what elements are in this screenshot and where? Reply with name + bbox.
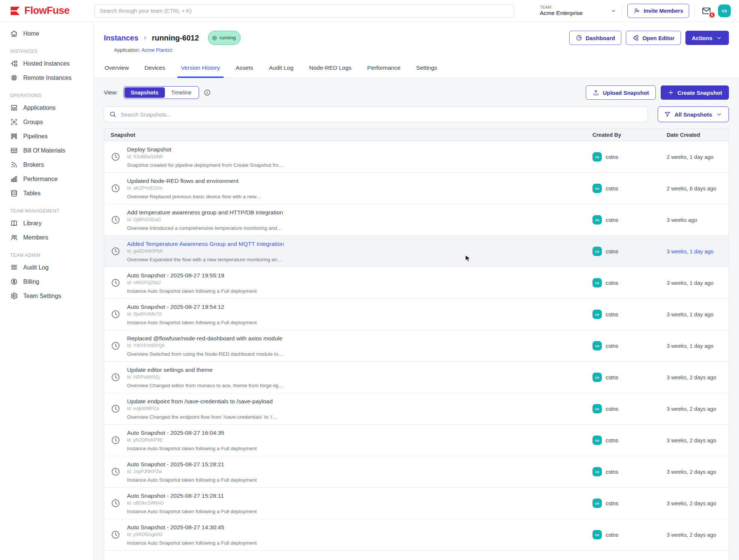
table-row[interactable]: Add temperature awareness group and HTTP… <box>104 204 729 236</box>
snapshot-title[interactable]: Add temperature awareness group and HTTP… <box>127 209 283 216</box>
person-plus-icon <box>633 7 640 14</box>
snapshot-title[interactable]: Auto Snapshot - 2025-08-27 19:54:12 <box>127 303 257 310</box>
table-row[interactable]: Added Temperature Awareness Group and MQ… <box>104 236 729 267</box>
sidebar-item-remote-instances[interactable]: Remote Instances <box>0 70 93 85</box>
snapshot-id: id: 0jwPAXMk7O <box>127 311 257 317</box>
snapshot-title[interactable]: Update endpoint from /save-credentials t… <box>127 398 277 405</box>
sidebar-item-members[interactable]: Members <box>0 230 93 244</box>
snapshot-description: Instance Auto Snapshot taken following a… <box>127 319 257 326</box>
date-created: 3 weeks ago <box>667 217 729 223</box>
sidebar-item-groups[interactable]: Groups <box>0 115 93 129</box>
dashboard-button[interactable]: Dashboard <box>569 31 621 45</box>
upload-snapshot-button[interactable]: Upload Snapshot <box>586 85 655 100</box>
actions-chevron-down-icon <box>716 34 723 41</box>
tab-audit-log[interactable]: Audit Log <box>268 61 295 78</box>
tab-devices[interactable]: Devices <box>144 61 166 78</box>
page-header: Instances running-6012 running Applicati… <box>94 22 739 78</box>
avatar: cs <box>592 530 602 539</box>
date-created: 3 weeks, 1 day ago <box>667 280 729 286</box>
sidebar-item-audit-log[interactable]: Audit Log <box>0 260 93 274</box>
snapshot-id: id: oBOkv1W6AG <box>127 500 257 506</box>
sidebar-item-billing[interactable]: Billing <box>0 274 93 289</box>
sidebar-item-label: Performance <box>23 175 58 183</box>
table-row[interactable]: Add HTTP endpoint for saving credentials… <box>104 551 729 560</box>
notifications-button[interactable]: 5 <box>700 5 713 16</box>
global-search-input[interactable] <box>100 8 509 14</box>
sidebar-item-library[interactable]: Library <box>0 216 93 230</box>
sidebar-item-pipelines[interactable]: Pipelines <box>0 129 93 143</box>
filter-chevron-down-icon <box>716 111 723 118</box>
snapshot-description: Overview Changed editor from monaco to a… <box>127 382 283 389</box>
global-search[interactable] <box>94 4 514 18</box>
create-snapshot-button[interactable]: Create Snapshot <box>661 85 729 100</box>
invite-members-label: Invite Members <box>643 8 683 14</box>
groups-icon <box>10 118 18 126</box>
sidebar-item-label: Library <box>23 219 42 227</box>
snapshot-title[interactable]: Updated Node-RED flows and environment <box>127 177 262 184</box>
sidebar-item-applications[interactable]: Applications <box>0 100 93 115</box>
snapshot-search[interactable] <box>104 106 648 122</box>
table-row[interactable]: Auto Snapshot - 2025-08-27 19:55:19id: n… <box>104 267 729 299</box>
column-header-snapshot: Snapshot <box>104 132 592 138</box>
view-option-snapshots[interactable]: Snapshots <box>124 87 165 98</box>
table-row[interactable]: Auto Snapshot - 2025-08-27 15:28:11id: o… <box>104 488 729 519</box>
team-selector[interactable]: TEAM: Acme Enterprise <box>540 5 616 16</box>
snapshot-title[interactable]: Replaced @flowfuse/node-red-dashboard wi… <box>127 335 283 342</box>
invite-members-button[interactable]: Invite Members <box>627 4 689 18</box>
snapshot-title[interactable]: Auto Snapshot - 2025-08-27 15:28:11 <box>127 492 257 499</box>
info-icon[interactable] <box>203 89 211 96</box>
application-link[interactable]: Acme Plantzz <box>142 47 173 53</box>
snapshot-description: Snapshot created for pipeline deployment… <box>127 162 284 168</box>
breadcrumb-instances-link[interactable]: Instances <box>104 32 138 43</box>
sidebar-item-performance[interactable]: Performance <box>0 172 93 186</box>
sidebar-item-bill-of-materials[interactable]: Bill Of Materials <box>0 143 93 157</box>
snapshot-title[interactable]: Update editor settings and theme <box>127 366 283 373</box>
table-row[interactable]: Auto Snapshot - 2025-08-27 19:54:12id: 0… <box>104 299 729 330</box>
snapshot-title[interactable]: Auto Snapshot - 2025-08-27 15:28:21 <box>127 461 257 468</box>
tab-assets[interactable]: Assets <box>235 61 254 78</box>
sidebar-item-label: Pipelines <box>23 132 48 140</box>
tab-settings[interactable]: Settings <box>416 61 438 78</box>
table-row[interactable]: Auto Snapshot - 2025-08-27 14:30:45id: y… <box>104 519 729 551</box>
tab-version-history[interactable]: Version History <box>180 61 221 78</box>
snapshot-title[interactable]: Deploy Snapshot <box>127 146 284 153</box>
user-avatar[interactable]: cs <box>718 4 731 17</box>
snapshot-description: Instance Auto Snapshot taken following a… <box>127 508 257 515</box>
snapshot-title[interactable]: Auto Snapshot - 2025-08-27 19:55:19 <box>127 272 257 279</box>
date-created: 3 weeks, 2 days ago <box>667 469 729 475</box>
tab-overview[interactable]: Overview <box>104 61 130 78</box>
table-row[interactable]: Auto Snapshot - 2025-08-27 15:28:21id: J… <box>104 456 729 488</box>
date-created: 3 weeks, 1 day ago <box>667 343 729 349</box>
table-row[interactable]: Replaced @flowfuse/node-red-dashboard wi… <box>104 330 729 362</box>
sidebar-item-label: Members <box>23 234 48 241</box>
actions-label: Actions <box>692 35 712 41</box>
snapshot-title[interactable]: Added Temperature Awareness Group and MQ… <box>127 240 284 247</box>
tab-node-red-logs[interactable]: Node-RED Logs <box>308 61 352 78</box>
app-logo[interactable]: FlowFuse <box>8 4 70 17</box>
table-row[interactable]: Deploy Snapshotid: X3o6Bw1k9WSnapshot cr… <box>104 141 729 173</box>
snapshot-filter-button[interactable]: All Snapshots <box>658 106 729 122</box>
snapshot-title[interactable]: Auto Snapshot - 2025-08-27 16:04:35 <box>127 429 257 436</box>
snapshot-title[interactable]: Auto Snapshot - 2025-08-27 14:30:45 <box>127 524 257 531</box>
created-by-cell: cscstns <box>592 499 667 508</box>
snapshot-search-input[interactable] <box>121 111 643 118</box>
snapshot-description: Overview Changed the endpoint flow from … <box>127 414 277 420</box>
tab-performance[interactable]: Performance <box>367 61 401 78</box>
actions-button[interactable]: Actions <box>685 31 729 45</box>
snapshot-id: id: AlRPoMX61j <box>127 374 283 380</box>
sidebar-item-team-settings[interactable]: Team Settings <box>0 289 93 303</box>
sidebar-item-hosted-instances[interactable]: Hosted Instances <box>0 56 93 70</box>
table-row[interactable]: Update endpoint from /save-credentials t… <box>104 393 729 425</box>
pie-icon <box>576 34 582 41</box>
open-editor-button[interactable]: Open Editor <box>626 31 681 45</box>
view-option-timeline[interactable]: Timeline <box>165 87 198 98</box>
chevron-down-icon <box>716 111 723 118</box>
table-row[interactable]: Update editor settings and themeid: AlRP… <box>104 362 729 393</box>
sidebar-item-brokers[interactable]: Brokers <box>0 157 93 172</box>
author-name: cstns <box>606 154 618 160</box>
sidebar-item-label: Groups <box>23 118 43 126</box>
sidebar-item-tables[interactable]: Tables <box>0 186 93 200</box>
table-row[interactable]: Updated Node-RED flows and environmentid… <box>104 173 729 204</box>
table-row[interactable]: Auto Snapshot - 2025-08-27 16:04:35id: y… <box>104 425 729 456</box>
sidebar-item-home[interactable]: Home <box>0 26 93 40</box>
